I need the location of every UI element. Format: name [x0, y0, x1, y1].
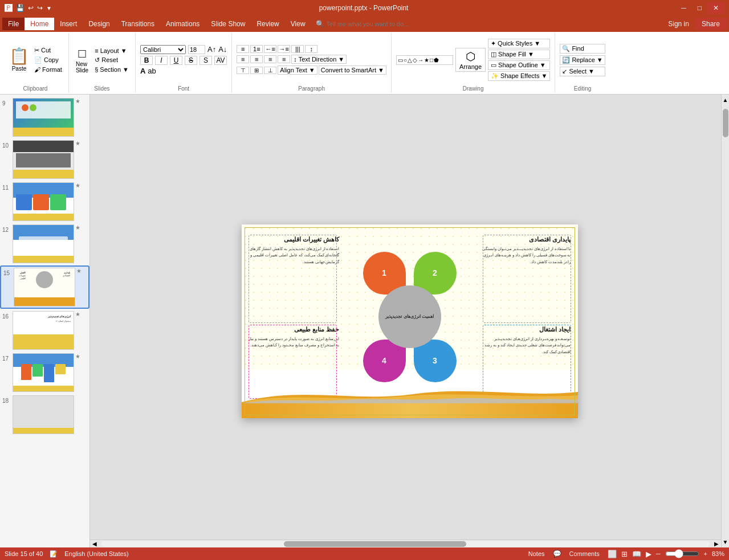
cut-button[interactable]: ✂ Cut: [32, 46, 64, 55]
scroll-up[interactable]: ▲ ▼: [721, 95, 729, 547]
font-size-increase[interactable]: A↑: [207, 45, 216, 54]
notes-icon: 📝: [50, 550, 58, 558]
canvas-area: ▲ ▼ کاهش تغییرات اقلیمی استفاده از انرژی…: [90, 95, 729, 547]
line-spacing-button[interactable]: ↕: [305, 45, 317, 53]
align-middle-v[interactable]: ⊞: [250, 67, 263, 74]
text-highlight-button[interactable]: ab: [148, 67, 156, 75]
menu-design[interactable]: Design: [83, 18, 115, 30]
title-bar: powerpoint.pptx - PowerPoint: [319, 4, 409, 12]
zoom-out[interactable]: ─: [656, 550, 661, 557]
new-slide-button[interactable]: □ NewSlide: [74, 45, 91, 75]
convert-smartart-button[interactable]: Convert to SmartArt ▼: [319, 66, 386, 75]
indent-increase[interactable]: →≡: [278, 45, 290, 53]
normal-view[interactable]: ⬜: [608, 550, 617, 558]
reset-button[interactable]: ↺ Reset: [93, 56, 131, 64]
search-input[interactable]: [327, 21, 441, 27]
copy-button[interactable]: 📄 Copy: [32, 56, 64, 64]
font-color-button[interactable]: A: [140, 67, 145, 75]
font-family-select[interactable]: Calibri: [140, 45, 186, 54]
bullets-button[interactable]: ≡: [237, 45, 249, 53]
numbering-button[interactable]: 1≡: [250, 45, 263, 53]
replace-button[interactable]: 🔄 Replace ▼: [560, 55, 605, 65]
signin-button[interactable]: Sign in: [662, 18, 695, 30]
shape-effects-button[interactable]: ✨ Shape Effects ▼: [488, 71, 550, 81]
zoom-in[interactable]: +: [704, 550, 707, 557]
ribbon-group-font: Calibri A↑ A↓ B I U S S AV A ab: [136, 33, 232, 93]
menu-file[interactable]: File: [2, 18, 25, 30]
select-button[interactable]: ↙ Select ▼: [560, 67, 605, 76]
section-button[interactable]: § Section ▼: [93, 66, 131, 73]
shape-outline-button[interactable]: ▭ Shape Outline ▼: [488, 60, 550, 70]
align-center[interactable]: ≡: [250, 55, 263, 63]
align-bottom-v[interactable]: ⊥: [264, 67, 276, 74]
slide-number: 10: [2, 142, 13, 149]
win-close[interactable]: ✕: [707, 2, 724, 14]
notes-button[interactable]: Notes: [525, 550, 548, 558]
slide-thumb[interactable]: 12 ★: [0, 223, 89, 264]
zoom-slider[interactable]: [665, 549, 699, 558]
justify-button[interactable]: ≡: [278, 55, 290, 63]
win-minimize[interactable]: ─: [675, 2, 692, 14]
menu-animations[interactable]: Animations: [160, 18, 205, 30]
bold-button[interactable]: B: [140, 56, 153, 65]
slide-thumb[interactable]: 16 انرژی‌های تجدیدپذیر محتوای اسلاید ۱۶ …: [0, 310, 89, 351]
qat-more[interactable]: ▼: [46, 5, 52, 11]
comments-button[interactable]: Comments: [566, 550, 603, 558]
center-circle: اهمیت انرژی‌های تجدیدپذیر: [378, 285, 441, 348]
text-direction-button[interactable]: ↕ Text Direction ▼: [291, 55, 347, 64]
horizontal-scrollbar[interactable]: ◀ ▶: [90, 539, 721, 547]
text-shadow-button[interactable]: S: [199, 56, 212, 65]
slide-counter: Slide 15 of 40: [5, 550, 43, 557]
arrange-button[interactable]: ⬡ Arrange: [455, 48, 486, 72]
star-icon: ★: [75, 353, 80, 359]
slide-thumb[interactable]: 10 ★: [0, 139, 89, 180]
slide-thumb[interactable]: 11 ★: [0, 181, 89, 222]
italic-button[interactable]: I: [155, 56, 168, 65]
align-right[interactable]: ≡: [264, 55, 276, 63]
font-size-input[interactable]: [188, 45, 205, 54]
slide-thumb[interactable]: 18: [0, 394, 89, 435]
menu-review[interactable]: Review: [251, 18, 284, 30]
slideshow-view[interactable]: ▶: [646, 550, 651, 558]
shapes-gallery[interactable]: ▭○△◇ →★□⬟: [396, 55, 453, 65]
underline-button[interactable]: U: [170, 56, 182, 65]
menu-transitions[interactable]: Transitions: [116, 18, 160, 30]
slide-image: [13, 353, 74, 392]
menu-home[interactable]: Home: [25, 18, 54, 30]
reading-view[interactable]: 📖: [632, 550, 641, 558]
slide-thumb-active[interactable]: 15 کاهش تغییرات اقلیمی پایداری اقتصادی ★: [0, 265, 89, 309]
shape-fill-button[interactable]: ◫ Shape Fill ▼: [488, 50, 550, 59]
format-painter-button[interactable]: 🖌 Format: [32, 66, 64, 73]
layout-button[interactable]: ≡ Layout ▼: [93, 47, 131, 55]
slide-canvas[interactable]: کاهش تغییرات اقلیمی استفاده از انرژی‌های…: [242, 224, 578, 418]
menu-slideshow[interactable]: Slide Show: [205, 18, 251, 30]
quick-styles-button[interactable]: ✦ Quick Styles ▼: [488, 39, 550, 48]
slide-thumb[interactable]: 9 ★: [0, 97, 89, 138]
strikethrough-button[interactable]: S: [185, 56, 197, 65]
share-button[interactable]: Share: [695, 18, 727, 30]
win-maximize[interactable]: □: [692, 2, 707, 14]
font-size-decrease[interactable]: A↓: [218, 45, 227, 54]
qat-save[interactable]: 💾: [16, 4, 25, 12]
qat-redo[interactable]: ↪: [37, 4, 43, 12]
menu-insert[interactable]: Insert: [54, 18, 83, 30]
qat-undo[interactable]: ↩: [28, 4, 34, 12]
slide-sorter-view[interactable]: ⊞: [621, 550, 628, 558]
slide-thumb[interactable]: 17 ★: [0, 352, 89, 393]
star-icon: ★: [75, 98, 80, 104]
slide-panel: 9 ★ 10 ★ 11: [0, 95, 90, 547]
find-button[interactable]: 🔍 Find: [560, 44, 605, 54]
char-spacing-button[interactable]: AV: [214, 56, 227, 65]
align-left[interactable]: ≡: [237, 55, 249, 63]
indent-decrease[interactable]: ←≡: [264, 45, 276, 53]
slide-image: انرژی‌های تجدیدپذیر محتوای اسلاید ۱۶: [13, 311, 74, 350]
star-icon: ★: [75, 182, 80, 189]
paste-button[interactable]: 📋 Paste: [7, 47, 31, 73]
align-top[interactable]: ⊤: [237, 67, 249, 74]
comments-icon: 💬: [553, 550, 561, 558]
column-button[interactable]: |||: [291, 45, 304, 53]
align-text-button[interactable]: Align Text ▼: [278, 66, 317, 75]
slide-number: 16: [2, 313, 13, 320]
menu-view[interactable]: View: [285, 18, 311, 30]
star-icon: ★: [75, 224, 80, 231]
